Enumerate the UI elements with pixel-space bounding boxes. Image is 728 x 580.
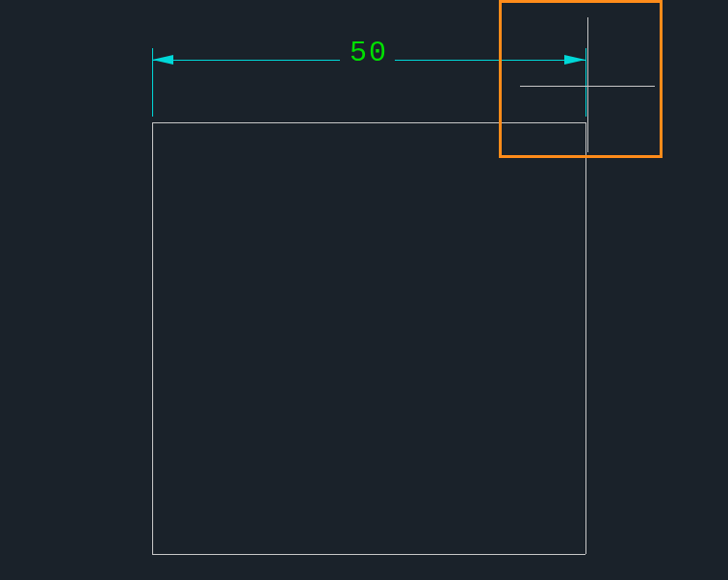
rect-left-edge[interactable] xyxy=(152,122,153,554)
dim-arrow-left xyxy=(152,55,173,65)
dim-line-left-seg[interactable] xyxy=(152,60,340,61)
rect-right-edge[interactable] xyxy=(585,122,586,554)
selection-box[interactable] xyxy=(499,0,663,158)
rect-bottom-edge[interactable] xyxy=(152,554,585,555)
dim-value-text[interactable]: 50 xyxy=(340,37,398,69)
cad-canvas[interactable]: 50 xyxy=(0,0,728,580)
